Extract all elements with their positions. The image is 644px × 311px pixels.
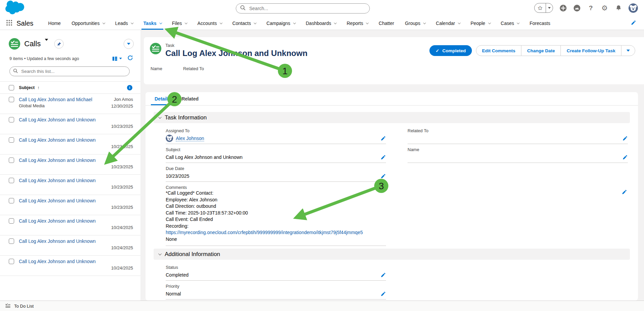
refresh-icon[interactable] (127, 55, 133, 62)
split-view-list: Calls 9 items • Updated a few seconds ag… (0, 30, 140, 301)
select-all-checkbox[interactable] (9, 85, 14, 90)
tab-accounts[interactable]: Accounts (192, 17, 227, 30)
row-checkbox[interactable] (9, 97, 14, 102)
list-item[interactable]: Call Log Alex Johnson and Unknown10/23/2… (0, 175, 140, 195)
task-subject-link[interactable]: Call Log Alex Johnson and Unknown (19, 198, 106, 203)
task-subject-link[interactable]: Call Log Alex Johnson and Michael (19, 97, 106, 102)
global-search-input[interactable] (249, 5, 365, 11)
task-subject-link[interactable]: Call Log Alex Johnson and Unknown (19, 238, 106, 244)
recording-link[interactable]: https://myrecording.onecloud.com/crfepbt… (166, 230, 363, 235)
row-checkbox[interactable] (9, 178, 14, 183)
favorites-star-icon[interactable] (535, 5, 546, 11)
field-related-to: Related To (408, 125, 628, 144)
global-header (0, 0, 644, 17)
list-column-header[interactable]: Subject ↑ (0, 81, 140, 94)
edit-due-date-icon[interactable] (381, 174, 386, 179)
edit-status-icon[interactable] (381, 273, 386, 278)
tab-campaigns[interactable]: Campaigns (261, 17, 300, 30)
tab-cases[interactable]: Cases (495, 17, 524, 30)
more-actions-button[interactable] (621, 46, 635, 56)
row-checkbox[interactable] (9, 238, 14, 244)
row-date: 12/30/2025 (111, 104, 133, 109)
list-item[interactable]: Call Log Alex Johnson and MichaelGlobal … (0, 94, 140, 114)
tab-home[interactable]: Home (43, 17, 66, 30)
task-subject-link[interactable]: Call Log Alex Johnson and Unknown (19, 259, 106, 264)
info-icon[interactable] (127, 85, 132, 90)
global-actions-icon[interactable] (559, 4, 567, 12)
create-follow-up-task-button[interactable]: Create Follow-Up Task (560, 46, 621, 56)
tab-files[interactable]: Files (167, 17, 192, 30)
list-item[interactable]: Call Log Alex Johnson and Unknown10/23/2… (0, 154, 140, 175)
list-view-title: Calls (24, 39, 41, 48)
calls-object-icon (9, 38, 20, 50)
tab-opportunities[interactable]: Opportunities (66, 17, 109, 30)
favorites-caret-icon[interactable] (546, 7, 553, 9)
guidance-center-icon[interactable] (573, 4, 581, 12)
assignee-avatar (166, 135, 173, 142)
edit-name-icon[interactable] (622, 155, 628, 160)
tab-label: Leads (115, 21, 128, 26)
task-subject-link[interactable]: Call Log Alex Johnson and Unknown (19, 218, 106, 224)
assigned-to-link[interactable]: Alex Johnson (176, 136, 204, 141)
tab-leads[interactable]: Leads (110, 17, 138, 30)
display-as-icon[interactable] (112, 56, 122, 61)
list-search-input[interactable] (21, 68, 126, 74)
section-task-information[interactable]: Task Information (154, 112, 630, 123)
list-item[interactable]: Call Log Alex Johnson and Unknown10/23/2… (0, 134, 140, 154)
tab-contacts[interactable]: Contacts (227, 17, 261, 30)
list-item[interactable]: Call Log Alex Johnson and Unknown10/23/2… (0, 195, 140, 215)
tab-reports[interactable]: Reports (341, 17, 373, 30)
task-object-icon (150, 43, 161, 54)
row-checkbox[interactable] (9, 158, 14, 163)
task-subject-link[interactable]: Call Log Alex Johnson and Unknown (19, 158, 106, 163)
todo-list-button[interactable]: To Do List (14, 304, 34, 309)
edit-assigned-to-icon[interactable] (381, 136, 386, 141)
list-search[interactable] (9, 66, 130, 76)
list-item[interactable]: Call Log Alex Johnson and Unknown10/24/2… (0, 256, 140, 276)
pin-list-icon[interactable] (54, 39, 64, 49)
row-checkbox[interactable] (9, 117, 14, 122)
favorites-button[interactable] (534, 3, 553, 13)
row-checkbox[interactable] (9, 259, 14, 264)
global-search[interactable] (236, 3, 370, 13)
task-subject-link[interactable]: Call Log Alex Johnson and Unknown (19, 178, 106, 183)
setup-gear-icon[interactable] (601, 4, 608, 12)
task-subject-link[interactable]: Call Log Alex Johnson and Unknown (19, 117, 106, 122)
help-icon[interactable] (587, 4, 594, 12)
user-avatar[interactable] (629, 3, 638, 13)
edit-navigation-icon[interactable] (631, 20, 636, 27)
edit-comments-button[interactable]: Edit Comments (476, 46, 521, 56)
tab-calendar[interactable]: Calendar (430, 17, 465, 30)
list-item[interactable]: Call Log Alex Johnson and Unknown10/24/2… (0, 235, 140, 256)
chevron-down-icon (158, 252, 162, 255)
column-header-subject[interactable]: Subject (19, 85, 35, 90)
edit-comments-icon[interactable] (622, 190, 627, 246)
app-launcher-icon[interactable] (6, 20, 12, 27)
list-item[interactable]: Call Log Alex Johnson and Unknown10/24/2… (0, 215, 140, 235)
row-checkbox[interactable] (9, 198, 14, 203)
row-checkbox[interactable] (9, 137, 14, 143)
chevron-down-icon (159, 21, 162, 24)
row-date: 10/23/2025 (111, 124, 133, 129)
tab-groups[interactable]: Groups (399, 17, 430, 30)
tab-details[interactable]: Details (149, 92, 176, 105)
task-subject-link[interactable]: Call Log Alex Johnson and Unknown (19, 137, 106, 143)
change-date-button[interactable]: Change Date (521, 46, 561, 56)
section-additional-information[interactable]: Additional Information (154, 249, 630, 260)
list-item[interactable]: Call Log Alex Johnson and Unknown10/23/2… (0, 114, 140, 134)
row-checkbox[interactable] (9, 218, 14, 224)
notifications-bell-icon[interactable] (615, 4, 622, 12)
tab-forecasts[interactable]: Forecasts (524, 17, 555, 30)
tab-tasks[interactable]: Tasks (138, 17, 167, 30)
edit-subject-icon[interactable] (381, 155, 386, 160)
row-owner (111, 198, 133, 204)
tab-people[interactable]: People (465, 17, 495, 30)
tab-chatter[interactable]: Chatter (373, 17, 399, 30)
split-view-collapse-button[interactable] (124, 39, 134, 49)
tab-dashboards[interactable]: Dashboards (300, 17, 342, 30)
edit-priority-icon[interactable] (381, 291, 386, 296)
list-view-selector-caret-icon[interactable] (45, 41, 48, 47)
mark-complete-button[interactable]: Completed (429, 45, 472, 56)
tab-related[interactable]: Related (176, 92, 204, 105)
edit-related-to-icon[interactable] (622, 136, 628, 141)
